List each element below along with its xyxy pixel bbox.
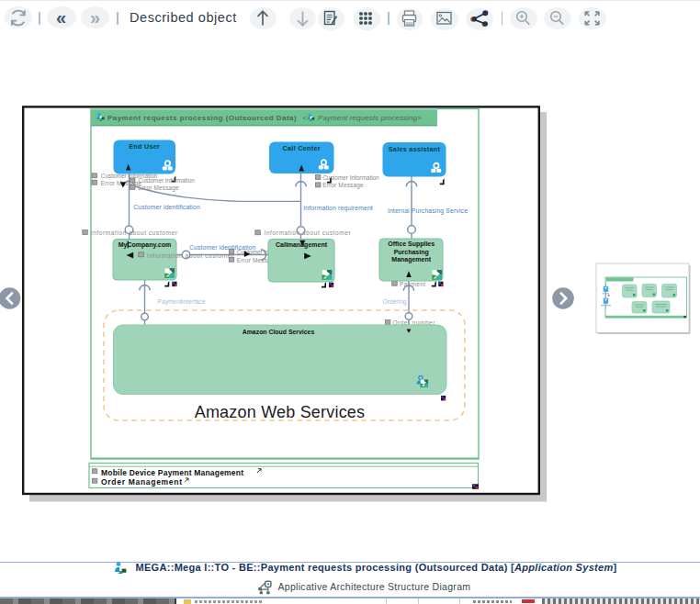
svg-text:Customer Information: Customer Information xyxy=(322,174,379,181)
svg-text:Information about customer: Information about customer xyxy=(147,252,234,259)
svg-text:Purchasing: Purchasing xyxy=(394,249,429,256)
svg-text:<: < xyxy=(303,114,308,122)
svg-text:Paymentinterface: Paymentinterface xyxy=(158,298,206,306)
svg-text:Office Supplies: Office Supplies xyxy=(388,240,435,248)
svg-text:Error Message: Error Message xyxy=(322,182,364,189)
svg-text:Customer Information: Customer Information xyxy=(138,177,195,184)
svg-text:Information about customer: Information about customer xyxy=(91,229,178,236)
svg-text:Payment: Payment xyxy=(400,281,425,288)
svg-text:Error Message: Error Message xyxy=(138,185,179,192)
svg-text:Payment requests processing>: Payment requests processing> xyxy=(318,114,422,122)
svg-text:Sales assistant: Sales assistant xyxy=(389,145,441,153)
svg-text:Customer identification: Customer identification xyxy=(189,244,256,251)
svg-text:Ordering: Ordering xyxy=(383,298,407,306)
svg-text:Order Management: Order Management xyxy=(101,477,183,487)
svg-text:Call Center: Call Center xyxy=(283,144,321,152)
svg-text:End User: End User xyxy=(129,142,160,151)
svg-text:Payment requests processing (O: Payment requests processing (Outsourced … xyxy=(107,114,297,122)
svg-text:Amazon Cloud Services: Amazon Cloud Services xyxy=(243,329,315,335)
svg-text:Mobile Device Payment Manageme: Mobile Device Payment Management xyxy=(101,468,243,477)
svg-text:Amazon Web Services: Amazon Web Services xyxy=(195,403,366,421)
svg-text:Information requirement: Information requirement xyxy=(303,205,373,212)
svg-text:MyCompany.com: MyCompany.com xyxy=(119,241,171,249)
svg-text:Management: Management xyxy=(391,256,431,263)
svg-text:Information about customer: Information about customer xyxy=(265,229,352,236)
svg-text:Internal Purchasing Service: Internal Purchasing Service xyxy=(388,207,468,215)
svg-text:Customer identification: Customer identification xyxy=(133,204,200,210)
